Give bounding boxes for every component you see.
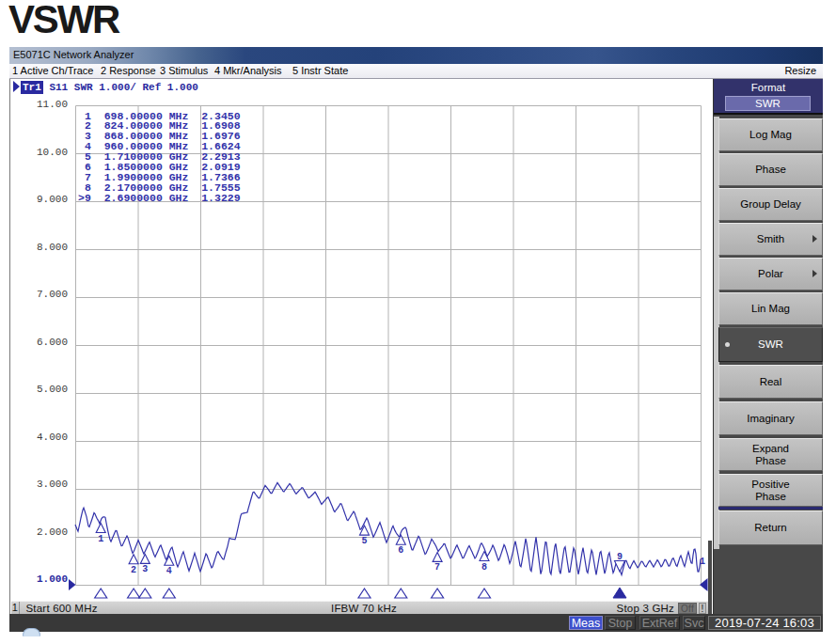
svg-text:3: 3 [142,564,148,574]
svg-text:6: 6 [398,545,403,556]
svg-text:7: 7 [434,562,440,573]
svg-text:4: 4 [166,566,172,576]
svg-text:1: 1 [700,557,705,567]
svg-text:9: 9 [617,552,623,562]
svg-text:1: 1 [98,534,103,544]
svg-text:5: 5 [361,536,367,546]
svg-text:8: 8 [481,562,487,573]
svg-text:2: 2 [131,565,136,575]
